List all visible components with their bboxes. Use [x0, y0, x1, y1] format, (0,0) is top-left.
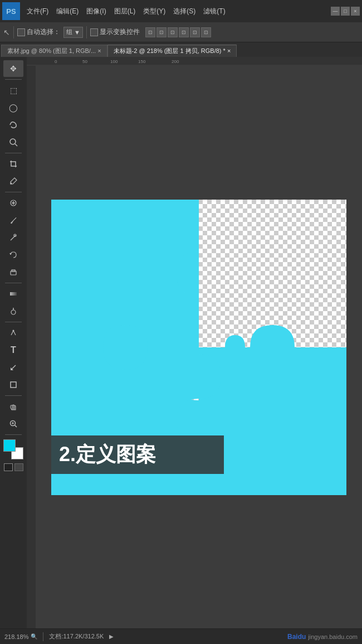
- baidu-logo: Baidu: [287, 633, 306, 641]
- canvas-area: 0 50 100 150 200: [27, 57, 362, 628]
- history-brush-tool[interactable]: [3, 246, 23, 263]
- tool-sep-4: [5, 283, 22, 283]
- svg-text:0: 0: [55, 59, 57, 64]
- status-arrow-icon[interactable]: ▶: [109, 633, 114, 640]
- caption-overlay: 2.定义图案: [51, 435, 224, 474]
- pen-tool[interactable]: [3, 325, 23, 341]
- eraser-tool[interactable]: [3, 264, 23, 280]
- toolbar: ✥ ⬚ ◯: [0, 57, 27, 628]
- transform-label: 显示变换控件: [100, 27, 140, 37]
- layer-dropdown-arrow: ▼: [74, 29, 80, 36]
- move-tool[interactable]: ✥: [3, 60, 23, 77]
- quick-select-tool[interactable]: [3, 134, 23, 151]
- shape-tool[interactable]: [3, 376, 23, 393]
- menu-type[interactable]: 类型(Y): [140, 6, 169, 17]
- minimize-button[interactable]: —: [331, 7, 340, 16]
- tool-sep-7: [5, 434, 22, 435]
- zoom-level: 218.18%: [4, 633, 28, 640]
- maximize-button[interactable]: □: [341, 7, 350, 16]
- menu-select[interactable]: 选择(S): [170, 6, 199, 17]
- lasso-tool[interactable]: [3, 117, 23, 133]
- tab-bar: 素材.jpg @ 80% (图层 1, RGB/... × 未标题-2 @ 21…: [0, 42, 362, 57]
- auto-select-label: 自动选择：: [27, 27, 60, 37]
- path-select-tool[interactable]: [3, 359, 23, 376]
- dodge-tool[interactable]: [3, 303, 23, 319]
- tab-source-label: 素材.jpg @ 80% (图层 1, RGB/... ×: [7, 47, 101, 55]
- crop-tool[interactable]: [3, 156, 23, 172]
- transform-row: 显示变换控件: [90, 27, 140, 37]
- ruler-vertical: [27, 66, 36, 628]
- clone-tool[interactable]: [3, 229, 23, 246]
- status-zoom: 218.18% 🔍: [4, 633, 37, 640]
- menu-edit[interactable]: 编辑(E): [53, 6, 82, 17]
- options-divider-2: [86, 26, 87, 38]
- svg-rect-25: [27, 66, 36, 628]
- zoom-icon: 🔍: [31, 633, 37, 640]
- ps-logo: PS: [2, 2, 20, 20]
- menu-filter[interactable]: 滤镜(T): [200, 6, 228, 17]
- brush-tool[interactable]: [3, 212, 23, 229]
- ruler-horizontal: 0 50 100 150 200: [27, 57, 362, 66]
- svg-point-0: [10, 139, 16, 144]
- align-bottom-icon[interactable]: ⊡: [201, 27, 211, 37]
- doc-size: 文档:117.2K/312.5K: [49, 632, 104, 641]
- auto-select-checkbox[interactable]: [17, 28, 25, 36]
- hand-tool[interactable]: [3, 398, 23, 415]
- full-screen-btn[interactable]: [14, 463, 23, 471]
- rect-select-tool[interactable]: ⬚: [3, 82, 23, 99]
- standard-screen-btn[interactable]: [4, 463, 13, 471]
- svg-rect-9: [10, 292, 17, 296]
- text-tool[interactable]: T: [3, 342, 23, 359]
- svg-line-1: [15, 144, 17, 146]
- transform-icons: ⊡ ⊡ ⊡ ⊡ ⊡ ⊡: [145, 27, 211, 37]
- caption-text: 2.定义图案: [59, 443, 156, 466]
- align-right-icon[interactable]: ⊡: [168, 27, 178, 37]
- tab-source[interactable]: 素材.jpg @ 80% (图层 1, RGB/... ×: [1, 45, 107, 57]
- svg-rect-18: [27, 57, 362, 66]
- svg-point-12: [13, 330, 14, 332]
- menu-items: 文件(F) 编辑(E) 图像(I) 图层(L) 类型(Y) 选择(S) 滤镜(T…: [23, 6, 331, 17]
- menu-layer[interactable]: 图层(L): [111, 6, 139, 17]
- color-swatches: [3, 439, 23, 459]
- tab-active-label: 未标题-2 @ 218% (图层 1 拷贝, RGB/8) * ×: [114, 47, 231, 55]
- heal-tool[interactable]: [3, 195, 23, 211]
- svg-rect-13: [11, 382, 16, 388]
- layer-dropdown[interactable]: 组 ▼: [63, 27, 83, 38]
- tool-sep-2: [5, 153, 22, 153]
- svg-text:150: 150: [138, 59, 146, 64]
- options-divider-1: [13, 26, 14, 38]
- ellipse-select-tool[interactable]: ◯: [3, 99, 23, 116]
- baidu-watermark: Baidu jingyan.baidu.com: [287, 633, 358, 641]
- main-area: ✥ ⬚ ◯: [0, 57, 362, 628]
- transform-checkbox[interactable]: [90, 28, 98, 36]
- align-middle-icon[interactable]: ⊡: [190, 27, 200, 37]
- baidu-url: jingyan.baidu.com: [308, 633, 358, 640]
- gradient-tool[interactable]: [3, 285, 23, 302]
- svg-point-2: [11, 183, 12, 185]
- svg-text:50: 50: [82, 59, 87, 64]
- menu-bar: PS 文件(F) 编辑(E) 图像(I) 图层(L) 类型(Y) 选择(S) 滤…: [0, 0, 362, 22]
- zoom-tool[interactable]: [3, 415, 23, 432]
- window-controls: — □ ×: [331, 7, 360, 16]
- tool-arrow-icon: ↖: [3, 28, 10, 37]
- align-left-icon[interactable]: ⊡: [145, 27, 155, 37]
- tool-sep-5: [5, 322, 22, 322]
- layer-dropdown-value: 组: [66, 28, 72, 36]
- status-bar: 218.18% 🔍 文档:117.2K/312.5K ▶ Baidu jingy…: [0, 628, 362, 644]
- svg-point-10: [11, 310, 16, 314]
- auto-select-row: 自动选择：: [17, 27, 60, 37]
- menu-file[interactable]: 文件(F): [23, 6, 52, 17]
- svg-text:100: 100: [110, 59, 118, 64]
- tab-active[interactable]: 未标题-2 @ 218% (图层 1 拷贝, RGB/8) * ×: [107, 45, 237, 57]
- close-button[interactable]: ×: [351, 7, 360, 16]
- menu-image[interactable]: 图像(I): [83, 6, 109, 17]
- foreground-swatch[interactable]: [3, 439, 16, 452]
- eyedropper-tool[interactable]: [3, 173, 23, 190]
- options-bar: ↖ 自动选择： 组 ▼ 显示变换控件 ⊡ ⊡ ⊡ ⊡ ⊡ ⊡: [0, 22, 362, 42]
- svg-line-15: [15, 425, 17, 428]
- screen-mode-row: [4, 463, 23, 471]
- align-center-icon[interactable]: ⊡: [156, 27, 167, 37]
- tool-sep-3: [5, 192, 22, 192]
- align-top-icon[interactable]: ⊡: [179, 27, 189, 37]
- svg-text:200: 200: [172, 59, 179, 64]
